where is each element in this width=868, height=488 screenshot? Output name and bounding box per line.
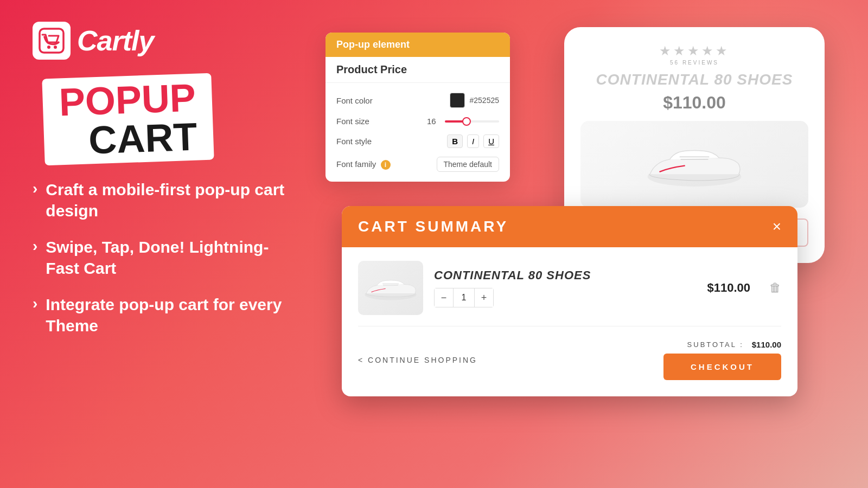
- svg-point-2: [54, 46, 57, 49]
- font-size-label: Font size: [336, 117, 369, 126]
- reviews-count: 56 REVIEWS: [670, 60, 719, 66]
- chevron-icon: ›: [33, 236, 37, 256]
- cart-label: CART: [60, 117, 197, 161]
- font-size-row: Font size 16: [326, 112, 510, 130]
- cart-item: CONTINENTAL 80 SHOES − 1 + $110.00 🗑: [358, 261, 781, 326]
- color-swatch[interactable]: [450, 93, 465, 108]
- cart-item-shoe-svg: [361, 266, 420, 310]
- left-section: Cartly POPUP CART › Craft a mobile-first…: [33, 22, 293, 351]
- underline-button[interactable]: U: [483, 134, 499, 148]
- quantity-decrease-button[interactable]: −: [435, 288, 453, 307]
- cart-item-details: CONTINENTAL 80 SHOES − 1 +: [434, 268, 696, 307]
- font-size-value: 16: [427, 117, 441, 126]
- subtotal-value: $110.00: [752, 340, 781, 349]
- subtotal-checkout-area: SUBTOTAL : $110.00 CHECKOUT: [663, 340, 781, 380]
- cart-summary-title: CART SUMMARY: [358, 218, 508, 235]
- font-size-slider[interactable]: [445, 120, 499, 123]
- shoe-image-svg: [640, 132, 749, 197]
- cart-item-image: [358, 261, 423, 315]
- product-name: CONTINENTAL 80 SHOES: [580, 71, 808, 88]
- list-item: › Integrate pop-up cart for every Theme: [33, 294, 293, 336]
- svg-point-1: [47, 46, 50, 49]
- quantity-increase-button[interactable]: +: [475, 288, 493, 307]
- feature-text: Craft a mobile-first pop-up cart design: [46, 179, 293, 221]
- info-icon: i: [381, 160, 391, 170]
- logo-area: Cartly: [33, 22, 293, 60]
- close-button[interactable]: ×: [773, 218, 781, 235]
- panel-header-title: Pop-up element: [336, 39, 410, 50]
- color-value: #252525: [469, 96, 499, 105]
- delete-item-button[interactable]: 🗑: [769, 281, 781, 295]
- cart-header: CART SUMMARY ×: [342, 206, 797, 247]
- font-style-label: Font style: [336, 137, 372, 146]
- stars-row: ★★★★★ 56 REVIEWS: [580, 43, 808, 66]
- popup-cart-badge: POPUP CART: [43, 76, 293, 163]
- font-color-control[interactable]: #252525: [450, 93, 499, 108]
- feature-list: › Craft a mobile-first pop-up cart desig…: [33, 179, 293, 336]
- feature-text: Integrate pop-up cart for every Theme: [46, 294, 293, 336]
- cart-item-price: $110.00: [707, 281, 750, 295]
- cart-summary-panel: CART SUMMARY × CONT: [342, 206, 797, 396]
- panel-field-title: Product Price: [326, 57, 510, 83]
- svg-rect-0: [40, 29, 63, 53]
- cart-footer: < CONTINUE SHOPPING SUBTOTAL : $110.00 C…: [358, 337, 781, 383]
- right-section: ★★★★★ 56 REVIEWS CONTINENTAL 80 SHOES $1…: [326, 0, 868, 488]
- star-rating: ★★★★★: [659, 43, 730, 59]
- font-style-row: Font style B I U: [326, 130, 510, 152]
- checkout-button[interactable]: CHECKOUT: [663, 354, 781, 380]
- product-image: [580, 121, 808, 208]
- feature-text: Swipe, Tap, Done! Lightning-Fast Cart: [46, 236, 293, 279]
- chevron-icon: ›: [33, 179, 37, 198]
- chevron-icon: ›: [33, 294, 37, 313]
- bold-button[interactable]: B: [447, 134, 463, 148]
- product-price: $110.00: [580, 93, 808, 113]
- brush-stroke: POPUP CART: [42, 73, 214, 166]
- panel-header: Pop-up element: [326, 33, 510, 57]
- font-color-label: Font color: [336, 96, 373, 105]
- quantity-value: 1: [453, 288, 475, 307]
- continue-shopping-link[interactable]: < CONTINUE SHOPPING: [358, 356, 477, 364]
- list-item: › Craft a mobile-first pop-up cart desig…: [33, 179, 293, 221]
- logo-icon: [33, 22, 71, 60]
- panel-rows: Font color #252525 Font size 16: [326, 83, 510, 182]
- list-item: › Swipe, Tap, Done! Lightning-Fast Cart: [33, 236, 293, 279]
- subtotal-label: SUBTOTAL :: [687, 341, 744, 349]
- italic-button[interactable]: I: [467, 134, 479, 148]
- cartly-logo-svg: [38, 27, 65, 54]
- font-family-control[interactable]: Theme default: [437, 157, 500, 172]
- cart-body: CONTINENTAL 80 SHOES − 1 + $110.00 🗑 < C…: [342, 247, 797, 396]
- quantity-control: − 1 +: [434, 288, 494, 307]
- slider-thumb[interactable]: [462, 117, 471, 126]
- font-family-row: Font family i Theme default: [326, 152, 510, 176]
- cart-item-name: CONTINENTAL 80 SHOES: [434, 268, 696, 282]
- font-color-row: Font color #252525: [326, 88, 510, 112]
- subtotal-row: SUBTOTAL : $110.00: [687, 340, 781, 349]
- font-style-control: B I U: [447, 134, 499, 148]
- font-family-label: Font family i: [336, 159, 391, 170]
- theme-default-button[interactable]: Theme default: [437, 157, 500, 172]
- font-size-control: 16: [427, 117, 499, 126]
- brand-name: Cartly: [77, 24, 154, 57]
- popup-element-panel: Pop-up element Product Price Font color …: [326, 33, 510, 182]
